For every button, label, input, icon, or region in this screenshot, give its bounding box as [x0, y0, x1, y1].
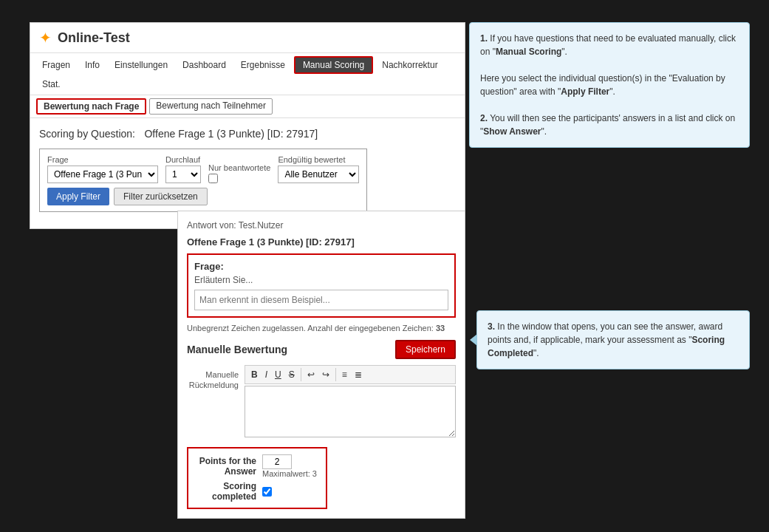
- filter-buttons: Apply Filter Filter zurücksetzen: [47, 188, 359, 205]
- filter-nur-checkbox-group: [208, 174, 270, 183]
- points-row: Points for theAnswer Maximalwert: 3: [197, 454, 317, 478]
- filter-durchlauf-label: Durchlauf: [165, 155, 201, 164]
- toolbar-italic[interactable]: I: [262, 368, 270, 381]
- logo-icon: ✦: [39, 29, 52, 47]
- apply-filter-button[interactable]: Apply Filter: [47, 188, 109, 205]
- answer-from: Antwort von: Test.Nutzer: [187, 220, 456, 231]
- tooltip-box-1: 1. If you have questions that need to be…: [469, 22, 750, 148]
- subnav-bewertung-teilnehmer[interactable]: Bewertung nach Teilnehmer: [149, 98, 273, 115]
- feedback-row: ManuelleRückmeldung B I U S ↩ ↪ ≡ ≣: [187, 365, 456, 440]
- toolbar-list-ol[interactable]: ≣: [352, 368, 365, 381]
- scoring-title: Scoring by Question: Offene Frage 1 (3 P…: [39, 127, 456, 140]
- filter-durchlauf-select[interactable]: 1: [165, 166, 201, 183]
- toolbar-bold[interactable]: B: [248, 368, 261, 381]
- nav-ergebnisse[interactable]: Ergebnisse: [235, 58, 291, 72]
- toolbar-separator1: [301, 368, 301, 381]
- filter-frage-label: Frage: [47, 155, 158, 164]
- frage-desc: Erläutern Sie...: [194, 275, 448, 285]
- nav-fragen[interactable]: Fragen: [36, 58, 76, 72]
- filter-durchlauf-col: Durchlauf 1: [165, 155, 201, 183]
- tooltip-text-1: 1. If you have questions that need to be…: [480, 32, 739, 138]
- main-panel: ✦ Online-Test Fragen Info Einstellungen …: [30, 22, 465, 229]
- nav-bar: Fragen Info Einstellungen Dashboard Erge…: [30, 53, 465, 95]
- subnav-bewertung-frage[interactable]: Bewertung nach Frage: [36, 98, 146, 115]
- tooltip-arrow: [470, 334, 477, 346]
- manual-scoring-header: Manuelle Bewertung Speichern: [187, 340, 456, 359]
- filter-row1: Frage Offene Frage 1 (3 Pun Durchlauf 1 …: [47, 155, 359, 183]
- reset-filter-button[interactable]: Filter zurücksetzen: [114, 188, 208, 205]
- toolbar-redo[interactable]: ↪: [319, 368, 332, 381]
- manual-scoring-section: Manuelle Bewertung Speichern ManuelleRüc…: [187, 340, 456, 509]
- filter-frage-col: Frage Offene Frage 1 (3 Pun: [47, 155, 158, 183]
- header-bar: ✦ Online-Test: [30, 23, 465, 53]
- app-title: Online-Test: [58, 30, 130, 46]
- filter-nur-checkbox[interactable]: [208, 174, 218, 183]
- question-title: Offene Frage 1 (3 Punkte) [ID: 27917]: [144, 128, 318, 140]
- frage-section: Frage: Erläutern Sie...: [187, 253, 456, 318]
- feedback-content: B I U S ↩ ↪ ≡ ≣: [245, 365, 456, 440]
- nav-dashboard[interactable]: Dashboard: [177, 58, 232, 72]
- max-label: Maximalwert: 3: [262, 469, 317, 478]
- filter-section: Frage Offene Frage 1 (3 Pun Durchlauf 1 …: [39, 149, 367, 212]
- tooltip-box-2: 3. In the window that opens, you can see…: [476, 310, 750, 369]
- frage-label: Frage:: [194, 261, 448, 272]
- char-count: Unbegrenzt Zeichen zugelassen. Anzahl de…: [187, 324, 456, 332]
- points-input-group: Maximalwert: 3: [262, 454, 317, 478]
- scoring-completed-label: Scoringcompleted: [197, 481, 256, 502]
- points-section: Points for theAnswer Maximalwert: 3 Scor…: [187, 447, 327, 509]
- tooltip-text-2: 3. In the window that opens, you can see…: [488, 320, 739, 360]
- filter-nur-label: Nur beantwortete: [208, 163, 270, 172]
- toolbar-separator2: [335, 368, 336, 381]
- sub-nav: Bewertung nach Frage Bewertung nach Teil…: [30, 95, 465, 118]
- points-input[interactable]: [262, 454, 292, 469]
- scoring-completed-checkbox[interactable]: [262, 487, 272, 497]
- nav-einstellungen[interactable]: Einstellungen: [109, 58, 174, 72]
- filter-nur-col: Nur beantwortete: [208, 163, 270, 183]
- toolbar-list-ul[interactable]: ≡: [339, 368, 350, 381]
- filter-endg-label: Endgültig bewertet: [278, 155, 359, 164]
- toolbar-underline[interactable]: U: [272, 368, 284, 381]
- feedback-label: ManuelleRückmeldung: [187, 365, 239, 440]
- nav-nachkorrektur[interactable]: Nachkorrektur: [376, 58, 443, 72]
- feedback-textarea[interactable]: [245, 386, 456, 437]
- answer-question-id: Offene Frage 1 (3 Punkte) [ID: 27917]: [187, 236, 456, 248]
- manual-scoring-title: Manuelle Bewertung: [187, 344, 287, 355]
- toolbar-undo[interactable]: ↩: [304, 368, 318, 381]
- nav-stat[interactable]: Stat.: [36, 77, 66, 92]
- toolbar-strikethrough[interactable]: S: [286, 368, 298, 381]
- filter-endg-select[interactable]: Alle Benutzer: [278, 166, 359, 183]
- filter-endg-col: Endgültig bewertet Alle Benutzer: [278, 155, 359, 183]
- scoring-row: Scoringcompleted: [197, 481, 317, 502]
- points-for-answer-label: Points for theAnswer: [197, 456, 256, 477]
- nav-info[interactable]: Info: [79, 58, 106, 72]
- answer-panel: Antwort von: Test.Nutzer Offene Frage 1 …: [177, 211, 465, 519]
- answer-input[interactable]: [194, 290, 448, 310]
- save-button[interactable]: Speichern: [395, 340, 456, 359]
- filter-frage-select[interactable]: Offene Frage 1 (3 Pun: [47, 166, 158, 183]
- nav-manual-scoring[interactable]: Manual Scoring: [294, 56, 373, 74]
- toolbar: B I U S ↩ ↪ ≡ ≣: [245, 365, 456, 384]
